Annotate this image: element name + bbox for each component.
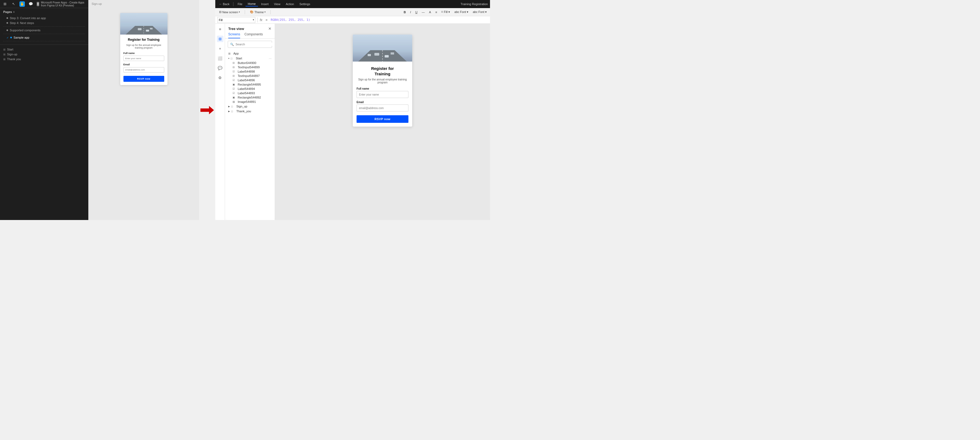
left-canvas: Sign-up <box>88 0 199 220</box>
button-tree-icon: ⊟ <box>232 62 236 64</box>
pa-main-content: ≡ ⊞ + ⬜ 💬 ⚙ Tree view ✕ Screens Componen… <box>215 24 490 220</box>
screen-tree-icon: □ <box>231 57 234 60</box>
tree-item-start[interactable]: ▾ □ Start ··· <box>225 56 275 61</box>
bold-button[interactable]: B <box>402 10 407 14</box>
tree-icon[interactable]: ⊞ <box>217 36 223 42</box>
layer-thankyou[interactable]: ⊞ Thank you <box>0 57 88 62</box>
pa-signup-card: Register forTraining Sign up for the ann… <box>353 35 412 127</box>
nav-file[interactable]: File <box>235 2 245 6</box>
pa-email-input[interactable] <box>356 105 409 111</box>
svg-rect-12 <box>391 52 394 54</box>
figma-title: ⊞ Microsoft Power Apps - Create Apps fro… <box>37 1 86 7</box>
format-toolbar: B I U — A ≡ ⌑ Fill ▾ abc Font ▾ abc Font… <box>402 10 488 14</box>
screen-tree-icon-3: □ <box>231 110 235 113</box>
app-icon: ⊞ <box>228 52 232 55</box>
tree-child-textinput2[interactable]: ⊟ TextInput544897 <box>225 74 275 78</box>
strikethrough-button[interactable]: — <box>421 10 426 14</box>
card-subtitle: Sign up for the annual employee training… <box>123 44 164 49</box>
align-button[interactable]: ≡ <box>434 10 438 14</box>
fx-label: fx <box>260 18 262 22</box>
tree-close-button[interactable]: ✕ <box>268 27 272 31</box>
pa-fullname-input[interactable] <box>356 91 409 98</box>
pa-email-label: Email <box>356 101 409 104</box>
chevron-down-icon-2: ▾ <box>264 11 266 13</box>
pa-fullname-label: Full name <box>356 87 409 90</box>
property-dropdown[interactable]: Fill ▾ <box>218 17 255 23</box>
cursor-icon[interactable]: ↖ <box>11 2 16 7</box>
nav-action[interactable]: Action <box>284 2 296 6</box>
tree-item-app[interactable]: ⊞ App <box>225 51 275 56</box>
settings-side-icon[interactable]: ⚙ <box>217 75 223 81</box>
plus-icon[interactable]: + <box>217 45 223 52</box>
new-screen-button[interactable]: ⊟ New screen ▾ <box>218 10 242 14</box>
font-button-2[interactable]: abc Font ▾ <box>472 10 488 14</box>
pa-rsvp-button[interactable]: RSVP now <box>356 115 409 123</box>
nav-view[interactable]: View <box>272 2 283 6</box>
tree-search-box[interactable]: 🔍 <box>228 41 272 48</box>
rsvp-button[interactable]: RSVP now <box>123 76 164 82</box>
color-button[interactable]: A <box>428 10 432 14</box>
page-item-supported[interactable]: Supported components <box>3 28 85 33</box>
hamburger-icon[interactable]: ≡ <box>217 26 223 32</box>
theme-button[interactable]: 🎨 Theme ▾ <box>248 10 267 14</box>
image-tree-icon: ▨ <box>232 100 236 103</box>
label-tree-icon-1: ☑ <box>232 70 236 73</box>
red-arrow <box>200 106 214 114</box>
tree-child-button[interactable]: ⊟ Button544900 <box>225 61 275 65</box>
hand-icon[interactable]: ✋ <box>19 2 25 7</box>
nav-settings[interactable]: Settings <box>297 2 312 6</box>
screen-tree-icon-2: □ <box>231 105 235 108</box>
pa-formula-bar: Fill ▾ fx = RGBA(255, 255, 255, 1) <box>215 16 490 24</box>
comment-icon[interactable]: 💬 <box>28 2 33 7</box>
tab-components[interactable]: Components <box>245 32 263 38</box>
back-button[interactable]: ← Back <box>218 2 231 6</box>
svg-rect-11 <box>385 55 389 57</box>
chevron-down-icon: ▾ <box>239 11 240 13</box>
more-options-icon[interactable]: ··· <box>269 57 272 60</box>
tree-item-thankyou[interactable]: ▶ □ Thank_you <box>225 109 275 114</box>
figma-toolbar: ⊞ ↖ ✋ 💬 ⊞ Microsoft Power Apps - Create … <box>0 0 88 8</box>
arrow-section <box>199 0 215 220</box>
font-button-1[interactable]: abc Font ▾ <box>453 10 469 14</box>
underline-button[interactable]: U <box>414 10 418 14</box>
tree-items-list: ⊞ App ▾ □ Start ··· ⊟ Button544900 ⊟ T <box>225 50 275 220</box>
tree-title: Tree view <box>228 27 244 31</box>
tree-child-label3[interactable]: ☑ Label544894 <box>225 87 275 91</box>
nav-insert[interactable]: Insert <box>259 2 271 6</box>
tree-child-rect2[interactable]: ▣ Rectangle544892 <box>225 95 275 100</box>
email-input[interactable] <box>123 67 164 73</box>
theme-icon: 🎨 <box>250 10 254 14</box>
nav-home[interactable]: Home <box>245 2 258 6</box>
search-icon: 🔍 <box>230 43 234 46</box>
page-item-step3[interactable]: Step 3: Convert into an app <box>3 16 85 21</box>
tab-screens[interactable]: Screens <box>228 32 240 38</box>
fill-button[interactable]: ⌑ Fill ▾ <box>440 10 451 14</box>
page-item-step4[interactable]: Step 4: Next steps <box>3 21 85 25</box>
figma-editor-panel: ⊞ ↖ ✋ 💬 ⊞ Microsoft Power Apps - Create … <box>0 0 88 220</box>
screen-view-icon[interactable]: ⬜ <box>217 55 223 62</box>
screen-icon: ⊟ <box>219 10 221 14</box>
comment-side-icon[interactable]: 💬 <box>217 65 223 71</box>
label-tree-icon-3: ☑ <box>232 87 236 90</box>
pa-sidebar-icons: ≡ ⊞ + ⬜ 💬 ⚙ <box>215 24 225 220</box>
tree-child-rect1[interactable]: ▣ Rectangle544895 <box>225 82 275 87</box>
card-hero-image <box>120 13 167 35</box>
tree-child-label4[interactable]: ☑ Label544893 <box>225 91 275 95</box>
chevron-down-icon-3: ▾ <box>228 57 229 60</box>
tree-child-textinput1[interactable]: ⊟ TextInput544899 <box>225 65 275 69</box>
tree-child-image[interactable]: ▨ Image544891 <box>225 100 275 104</box>
tree-child-label2[interactable]: ☑ Label544896 <box>225 78 275 82</box>
figma-menu-icon[interactable]: ⊞ <box>2 2 8 7</box>
rect-tree-icon-1: ▣ <box>232 83 236 86</box>
tree-child-label1[interactable]: ☑ Label544898 <box>225 69 275 74</box>
page-item-sample[interactable]: ✓ Sample app <box>3 35 85 40</box>
tree-item-signup[interactable]: ▶ □ Sign_up <box>225 104 275 109</box>
fullname-input[interactable] <box>123 56 164 61</box>
pa-card-content: Register forTraining Sign up for the ann… <box>353 62 412 127</box>
pa-app-title: Training Registration <box>461 2 488 6</box>
search-input[interactable] <box>235 43 273 46</box>
italic-button[interactable]: I <box>409 10 412 14</box>
layer-signup[interactable]: ⊞ Sign-up <box>0 52 88 57</box>
pa-card-subtitle: Sign up for the annual employee training… <box>356 78 409 84</box>
layer-start[interactable]: ⊞ Start <box>0 47 88 52</box>
